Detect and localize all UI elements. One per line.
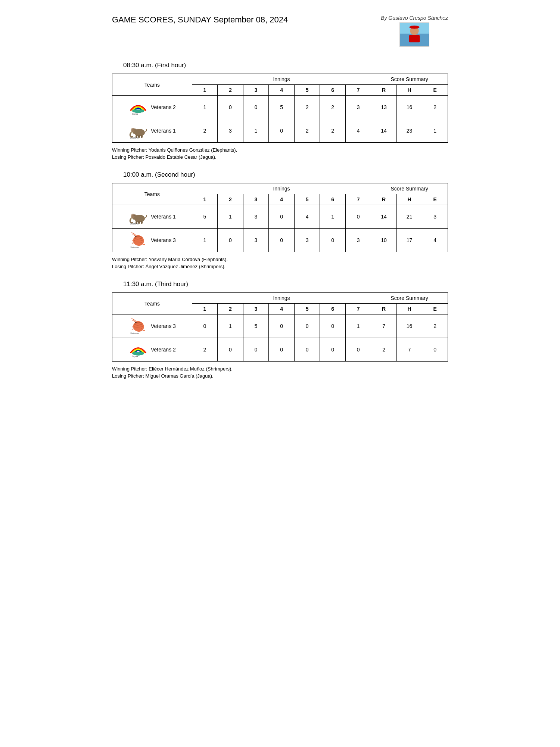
author-section: By Gustavo Crespo Sánchez	[381, 15, 448, 47]
score-col-E: E	[422, 304, 448, 314]
r-val-0: 14	[371, 205, 397, 229]
losing-pitcher: Losing Pitcher: Ángel Vázquez Jiménez (S…	[112, 264, 448, 269]
inning-val-1-4: 3	[294, 229, 320, 252]
author-name: By Gustavo Crespo Sánchez	[381, 15, 448, 21]
svg-text:Shrimpers: Shrimpers	[130, 332, 139, 334]
inning-val-0-3: 0	[269, 314, 295, 338]
game-time-2: 10:00 a.m. (Second hour)	[123, 171, 448, 179]
team-name: Veterans 3	[151, 237, 176, 243]
inning-val-0-2: 5	[243, 314, 269, 338]
h-val-0: 16	[396, 314, 422, 338]
table-row: Elephants Veterans 1 513041014213	[112, 205, 448, 229]
inning-val-0-6: 0	[345, 205, 371, 229]
svg-point-27	[134, 130, 134, 130]
score-table-3: TeamsInningsScore Summary1234567RHE Shri…	[112, 292, 448, 362]
inning-val-1-0: 1	[192, 229, 218, 252]
inning-val-0-4: 4	[294, 205, 320, 229]
winning-pitcher: Winning Pitcher: Eliécer Hernández Muñoz…	[112, 366, 448, 372]
inning-col-1: 1	[192, 85, 218, 96]
r-val-0: 13	[371, 96, 397, 119]
svg-rect-30	[141, 135, 143, 138]
losing-pitcher: Losing Pitcher: Posvaldo Estable Cesar (…	[112, 154, 448, 160]
innings-header: Innings	[192, 74, 371, 85]
inning-val-0-1: 0	[218, 96, 243, 119]
svg-point-46	[139, 352, 144, 355]
team-logo-shrimpers: Shrimpers	[128, 318, 148, 334]
inning-val-0-0: 0	[192, 314, 218, 338]
inning-val-0-0: 1	[192, 96, 218, 119]
inning-val-1-2: 0	[243, 338, 269, 362]
e-val-1: 4	[422, 229, 448, 252]
table-row: Elephants Veterans 1 231022414231	[112, 119, 448, 143]
svg-text:Elephants: Elephants	[130, 223, 139, 224]
inning-col-3: 3	[243, 194, 269, 205]
svg-text:Jagua: Jagua	[131, 113, 138, 115]
score-col-R: R	[371, 85, 397, 96]
inning-val-1-5: 2	[320, 119, 346, 143]
score-col-R: R	[371, 194, 397, 205]
team-cell-0: Elephants Veterans 1	[112, 205, 192, 229]
game-section-3: 11:30 a.m. (Third hour)TeamsInningsScore…	[112, 280, 448, 379]
teams-header: Teams	[112, 183, 192, 205]
inning-val-0-2: 0	[243, 96, 269, 119]
team-logo-shrimpers: Shrimpers	[128, 232, 148, 248]
losing-pitcher: Losing Pitcher: Miguel Oramas García (Ja…	[112, 373, 448, 379]
h-val-1: 17	[396, 229, 422, 252]
game-section-1: 08:30 a.m. (First hour)TeamsInningsScore…	[112, 62, 448, 160]
svg-rect-17	[409, 35, 420, 42]
inning-val-0-3: 5	[269, 96, 295, 119]
teams-header: Teams	[112, 293, 192, 314]
inning-col-2: 2	[218, 304, 243, 314]
inning-val-1-0: 2	[192, 119, 218, 143]
inning-col-5: 5	[294, 85, 320, 96]
inning-col-7: 7	[345, 85, 371, 96]
r-val-1: 10	[371, 229, 397, 252]
inning-col-6: 6	[320, 304, 346, 314]
inning-col-5: 5	[294, 304, 320, 314]
score-col-E: E	[422, 194, 448, 205]
team-name: Veterans 3	[151, 323, 176, 329]
svg-point-21	[132, 109, 137, 112]
inning-val-0-3: 0	[269, 205, 295, 229]
inning-val-0-2: 3	[243, 205, 269, 229]
page-title: GAME SCORES, SUNDAY September 08, 2024	[112, 15, 288, 25]
svg-point-42	[135, 322, 136, 323]
score-col-E: E	[422, 85, 448, 96]
innings-header: Innings	[192, 183, 371, 194]
table-row: Shrimpers Veterans 3 103030310174	[112, 229, 448, 252]
team-logo-elephants: Elephants	[128, 209, 148, 224]
inning-val-1-1: 3	[218, 119, 243, 143]
team-name: Veterans 1	[151, 214, 176, 220]
svg-point-40	[135, 236, 136, 238]
svg-point-22	[139, 109, 144, 112]
score-summary-header: Score Summary	[371, 74, 448, 85]
inning-val-1-3: 0	[269, 229, 295, 252]
inning-val-1-6: 4	[345, 119, 371, 143]
team-name: Veterans 2	[151, 104, 176, 110]
inning-val-1-3: 0	[269, 338, 295, 362]
svg-text:Shrimpers: Shrimpers	[130, 246, 139, 248]
inning-col-2: 2	[218, 85, 243, 96]
inning-col-1: 1	[192, 304, 218, 314]
team-cell-1: Jagua Veterans 2	[112, 338, 192, 362]
team-name: Veterans 2	[151, 347, 176, 353]
inning-col-6: 6	[320, 85, 346, 96]
inning-val-0-1: 1	[218, 205, 243, 229]
inning-val-0-1: 1	[218, 314, 243, 338]
e-val-1: 0	[422, 338, 448, 362]
page-container: GAME SCORES, SUNDAY September 08, 2024 B…	[112, 15, 448, 379]
inning-col-7: 7	[345, 194, 371, 205]
r-val-1: 14	[371, 119, 397, 143]
inning-col-7: 7	[345, 304, 371, 314]
inning-col-4: 4	[269, 304, 295, 314]
inning-col-4: 4	[269, 85, 295, 96]
inning-val-1-1: 0	[218, 229, 243, 252]
table-row: Shrimpers Veterans 3 01500017162	[112, 314, 448, 338]
inning-col-6: 6	[320, 194, 346, 205]
inning-val-0-4: 0	[294, 314, 320, 338]
inning-val-1-0: 2	[192, 338, 218, 362]
e-val-0: 2	[422, 314, 448, 338]
inning-col-3: 3	[243, 304, 269, 314]
inning-col-2: 2	[218, 194, 243, 205]
teams-header: Teams	[112, 74, 192, 96]
